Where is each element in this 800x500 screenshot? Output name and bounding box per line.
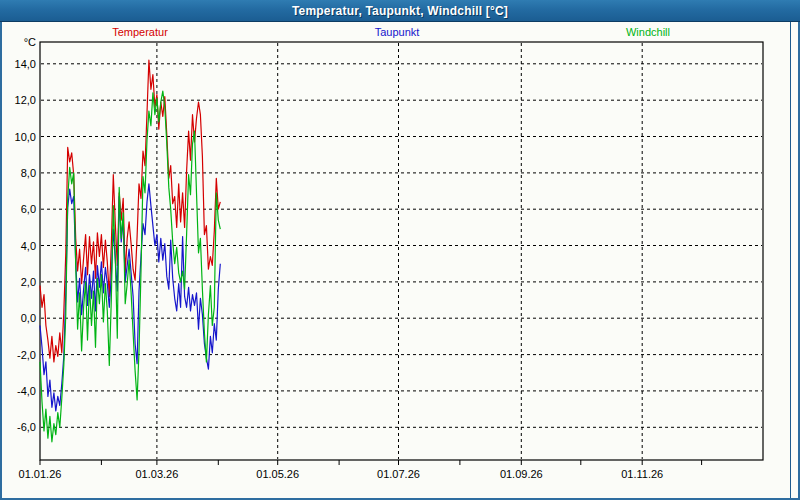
- y-tick-label: 4,0: [21, 240, 36, 252]
- window-frame-left: [0, 22, 2, 500]
- x-tick-label: 01.09.26: [500, 468, 543, 480]
- y-tick-label: 8,0: [21, 167, 36, 179]
- legend-label-windchill: Windchill: [626, 26, 670, 38]
- y-tick-label: -6,0: [17, 421, 36, 433]
- legend-label-temperatur: Temperatur: [112, 26, 168, 38]
- y-tick-label: 12,0: [15, 94, 36, 106]
- panel-inner-border: [790, 22, 791, 498]
- y-tick-label: 6,0: [21, 203, 36, 215]
- title-bar[interactable]: Temperatur, Taupunkt, Windchill [°C]: [0, 0, 800, 22]
- y-tick-label: 10,0: [15, 131, 36, 143]
- chart-legend: Temperatur Taupunkt Windchill: [0, 24, 800, 40]
- y-tick-label: 14,0: [15, 58, 36, 70]
- x-tick-label: 01.05.26: [256, 468, 299, 480]
- chart-plot-area: 14,012,010,08,06,04,02,00,0-2,0-4,0-6,00…: [0, 0, 800, 500]
- y-tick-label: 2,0: [21, 276, 36, 288]
- plot-border: [40, 42, 763, 460]
- x-tick-label: 01.07.26: [377, 468, 420, 480]
- window-title: Temperatur, Taupunkt, Windchill [°C]: [292, 4, 508, 18]
- app-window: 14,012,010,08,06,04,02,00,0-2,0-4,0-6,00…: [0, 0, 800, 500]
- x-tick-label: 01.01.26: [19, 468, 62, 480]
- legend-label-taupunkt: Taupunkt: [375, 26, 420, 38]
- y-tick-label: 0,0: [21, 312, 36, 324]
- y-tick-label: -4,0: [17, 385, 36, 397]
- x-tick-label: 01.03.26: [135, 468, 178, 480]
- x-tick-label: 01.11.26: [621, 468, 663, 480]
- y-axis-unit-label: °C: [14, 36, 36, 48]
- y-tick-label: -2,0: [17, 349, 36, 361]
